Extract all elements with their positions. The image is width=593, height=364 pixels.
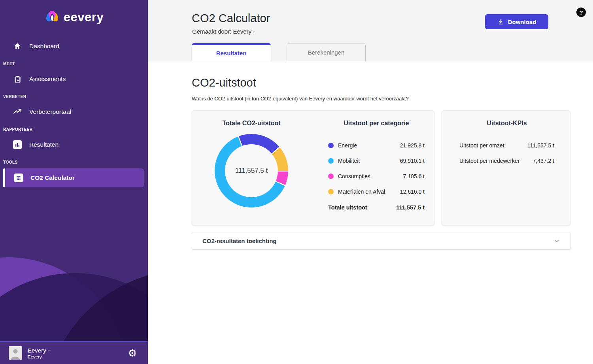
section-question: Wat is de CO2-uitstoot (in ton CO2-equiv… — [192, 96, 570, 102]
cards-row: Totale CO2-uitstoot 111,557.5 t Uitstoot… — [192, 110, 570, 226]
clipboard-icon — [13, 75, 22, 83]
kpi-value: 7,437.2 t — [533, 158, 555, 164]
emissions-card: Totale CO2-uitstoot 111,557.5 t Uitstoot… — [192, 110, 434, 226]
sidebar-item-label: Resultaten — [29, 141, 59, 148]
legend-dot-consumpties — [328, 174, 334, 179]
sidebar-section-rapporteer: RAPPORTEER — [0, 121, 148, 136]
user-company: Eevery — [28, 355, 128, 359]
accordion-title: CO2-resultaten toelichting — [202, 238, 553, 244]
legend-label: Consumpties — [338, 173, 403, 179]
donut-panel: Totale CO2-uitstoot 111,557.5 t — [192, 111, 311, 225]
legend-label: Mobiliteit — [338, 158, 400, 164]
sidebar-item-label: Assessments — [29, 75, 66, 83]
legend-value: 7,105.6 t — [403, 173, 425, 179]
section-heading: CO2-uitstoot — [192, 76, 570, 89]
brand-name: eevery — [64, 10, 104, 25]
kpi-label: Uitstoot per omzet — [459, 142, 527, 149]
help-icon[interactable]: ? — [576, 8, 586, 17]
legend-total-row: Totale uitstoot 111,557.5 t — [328, 200, 425, 215]
sidebar-nav: Dashboard MEET Assessments VERBETER Verb… — [0, 37, 148, 187]
legend-row-mobiliteit[interactable]: Mobiliteit 69,910.1 t — [328, 153, 425, 168]
category-legend: Energie 21,925.8 t Mobiliteit 69,910.1 t… — [328, 138, 425, 215]
user-name: Eevery - — [28, 347, 128, 354]
chevron-down-icon[interactable] — [553, 238, 560, 244]
sidebar-item-verbeterportaal[interactable]: Verbeterportaal — [0, 103, 148, 121]
legend-value: 12,616.0 t — [400, 189, 425, 195]
legend-row-energie[interactable]: Energie 21,925.8 t — [328, 138, 425, 153]
page-subtitle: Gemaakt door: Eevery - — [192, 28, 255, 35]
kpi-card: Uitstoot-KPIs Uitstoot per omzet 111,557… — [442, 110, 570, 226]
kpi-row-omzet: Uitstoot per omzet 111,557.5 t — [459, 138, 554, 153]
total-value: 111,557.5 t — [396, 204, 425, 211]
content: CO2-uitstoot Wat is de CO2-uitstoot (in … — [148, 61, 593, 250]
legend-value: 69,910.1 t — [400, 158, 425, 164]
sidebar-section-tools: TOOLS — [0, 154, 148, 168]
tab-berekeningen[interactable]: Berekeningen — [287, 43, 366, 61]
legend-row-consumpties[interactable]: Consumpties 7,105.6 t — [328, 168, 425, 184]
brand-logo[interactable]: eevery — [0, 8, 148, 27]
app-root: eevery Dashboard MEET Assessments VERBET… — [0, 0, 593, 364]
sidebar: eevery Dashboard MEET Assessments VERBET… — [0, 0, 148, 364]
help-question-mark: ? — [579, 9, 583, 16]
tab-bar: Resultaten Berekeningen — [192, 43, 366, 61]
kpi-row-medewerker: Uitstoot per medewerker 7,437.2 t — [459, 153, 554, 168]
kpi-rows: Uitstoot per omzet 111,557.5 t Uitstoot … — [459, 138, 554, 168]
categories-panel: Uitstoot per categorie Energie 21,925.8 … — [311, 111, 434, 225]
sidebar-item-assessments[interactable]: Assessments — [0, 70, 148, 88]
kpi-title: Uitstoot-KPIs — [459, 119, 554, 127]
tab-label: Resultaten — [216, 50, 247, 57]
legend-label: Energie — [338, 142, 400, 149]
calculator-icon — [14, 174, 23, 182]
page-title: CO2 Calculator — [192, 12, 270, 25]
donut-hole: 111,557.5 t — [225, 144, 278, 197]
co2-donut-chart[interactable]: 111,557.5 t — [215, 134, 288, 207]
total-label: Totale uitstoot — [328, 204, 396, 211]
legend-dot-energie — [328, 143, 334, 148]
categories-title: Uitstoot per categorie — [328, 119, 425, 127]
sidebar-section-meet: MEET — [0, 55, 148, 70]
sidebar-item-co2-calculator[interactable]: CO2 Calculator — [3, 168, 144, 187]
results-explanation-accordion[interactable]: CO2-resultaten toelichting — [192, 232, 570, 250]
legend-label: Materialen en Afval — [338, 189, 400, 195]
legend-value: 21,925.8 t — [400, 142, 425, 149]
sidebar-item-dashboard[interactable]: Dashboard — [0, 37, 148, 55]
eevery-flower-icon — [44, 9, 60, 25]
kpi-value: 111,557.5 t — [527, 142, 554, 149]
user-meta: Eevery - Eevery — [28, 347, 128, 359]
download-icon — [497, 19, 504, 25]
tab-label: Berekeningen — [308, 49, 345, 56]
sidebar-item-label: Verbeterportaal — [29, 108, 71, 115]
settings-gear-icon[interactable]: ⚙ — [128, 348, 137, 358]
sidebar-item-resultaten[interactable]: Resultaten — [0, 136, 148, 154]
main-area: CO2 Calculator Gemaakt door: Eevery - Do… — [148, 0, 593, 364]
tab-resultaten[interactable]: Resultaten — [192, 43, 271, 61]
sidebar-section-verbeter: VERBETER — [0, 88, 148, 103]
home-icon — [13, 42, 22, 50]
sidebar-item-label: CO2 Calculator — [30, 174, 75, 181]
legend-row-materialen[interactable]: Materialen en Afval 12,616.0 t — [328, 184, 425, 199]
user-bar[interactable]: Eevery - Eevery ⚙ — [0, 341, 148, 364]
legend-dot-mobiliteit — [328, 158, 334, 164]
avatar — [9, 346, 22, 360]
download-label: Download — [508, 19, 536, 25]
donut-center-value: 111,557.5 t — [235, 167, 268, 175]
trending-up-icon — [13, 108, 22, 115]
kpi-label: Uitstoot per medewerker — [459, 158, 533, 164]
bar-chart-icon — [13, 140, 22, 149]
download-button[interactable]: Download — [485, 14, 548, 29]
legend-dot-materialen — [328, 189, 334, 194]
kpi-panel: Uitstoot-KPIs Uitstoot per omzet 111,557… — [442, 111, 570, 168]
donut-title: Totale CO2-uitstoot — [222, 119, 280, 127]
page-header: CO2 Calculator Gemaakt door: Eevery - Do… — [148, 0, 593, 61]
sidebar-item-label: Dashboard — [29, 43, 59, 50]
